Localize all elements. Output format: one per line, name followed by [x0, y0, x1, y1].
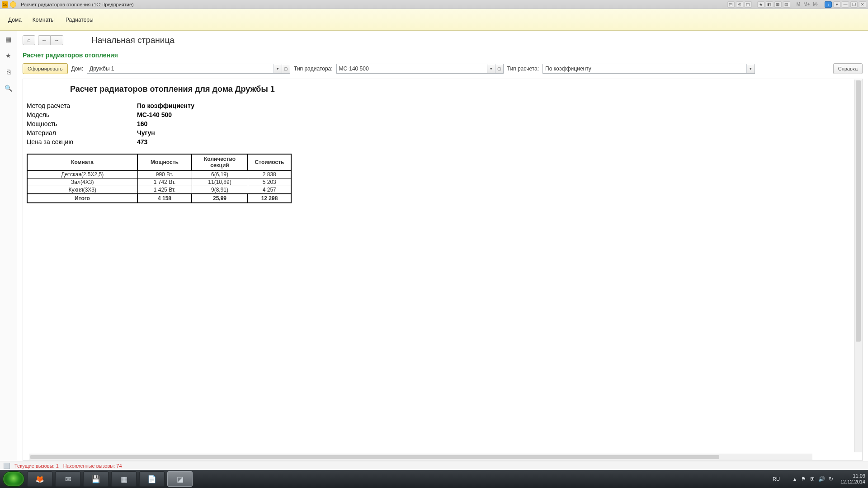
taskbar-app-notepad[interactable]: 📄	[139, 471, 165, 487]
cell-cost: 5 203	[248, 178, 291, 186]
generate-button[interactable]: Сформировать	[23, 63, 68, 74]
calc-type-label: Тип расчета:	[507, 66, 539, 72]
total-cost: 12 298	[248, 194, 291, 203]
start-button[interactable]	[3, 471, 24, 487]
open-dialog-icon[interactable]: ▢	[495, 64, 503, 73]
left-toolstrip: ▦ ★ ⎘ 🔍	[0, 31, 17, 461]
menu-item-radiators[interactable]: Радиаторы	[66, 17, 94, 23]
accumulated-calls: Накопленные вызовы: 74	[63, 463, 122, 469]
taskbar-app-mail[interactable]: ✉	[55, 471, 80, 487]
col-power: Мощность	[137, 154, 192, 170]
chevron-down-icon[interactable]: ▾	[274, 64, 282, 73]
windows-taskbar: 🦊 ✉ 💾 ▦ 📄 ◪ RU ▴ ⚑ ⛨ 🔊 ↻ 11:09 12.12.201…	[0, 470, 868, 488]
minimize-button[interactable]: —	[842, 1, 849, 8]
radiator-type-label: Тип радиатора:	[294, 66, 333, 72]
calendar-icon[interactable]: ▦	[774, 1, 782, 8]
meta-key: Модель	[27, 111, 137, 118]
chevron-down-icon[interactable]: ▾	[487, 64, 495, 73]
taskbar-app-firefox[interactable]: 🦊	[27, 471, 52, 487]
house-input[interactable]	[87, 64, 274, 73]
main-menubar: Дома Комнаты Радиаторы	[0, 9, 868, 31]
help-button[interactable]: Справка	[833, 63, 863, 74]
meta-value: Чугун	[137, 129, 862, 136]
page-title: Начальная страница	[91, 35, 175, 45]
total-power: 4 158	[137, 194, 192, 203]
col-room: Комната	[27, 154, 137, 170]
info-icon[interactable]: i	[825, 1, 832, 8]
cell-power: 1 742 Вт.	[137, 178, 192, 186]
current-calls: Текущие вызовы: 1	[14, 463, 59, 469]
taskbar-app-1c[interactable]: ◪	[167, 471, 193, 487]
meta-key: Материал	[27, 129, 137, 136]
star-icon[interactable]: ★	[5, 52, 13, 60]
nav-toolbar: ⌂ ← → Начальная страница	[23, 35, 863, 45]
app-1c-icon: 1c	[2, 1, 8, 8]
table-total-row: Итого 4 158 25,99 12 298	[27, 194, 291, 203]
titlebar-button[interactable]: ◧	[766, 1, 773, 8]
menu-item-homes[interactable]: Дома	[8, 17, 22, 23]
report-title: Расчет радиаторов отопления для дома Дру…	[70, 84, 862, 94]
cell-sections: 9(8,91)	[192, 186, 248, 194]
tray-clock[interactable]: 11:09 12.12.2014	[840, 473, 865, 485]
total-sections: 25,99	[192, 194, 248, 203]
house-combo[interactable]: ▾ ▢	[87, 64, 290, 74]
cell-room: Кухня(3Х3)	[27, 186, 137, 194]
back-button[interactable]: ←	[38, 35, 51, 45]
cell-power: 990 Вт.	[137, 170, 192, 178]
close-button[interactable]: ✕	[859, 1, 866, 8]
tray-language[interactable]: RU	[773, 476, 780, 482]
titlebar-button[interactable]: ◳	[727, 1, 735, 8]
status-icon	[4, 463, 10, 469]
calculator-icon[interactable]: ▤	[783, 1, 790, 8]
table-row: Детская(2,5Х2,5) 990 Вт. 6(6,19) 2 838	[27, 170, 291, 178]
app-statusbar: Текущие вызовы: 1 Накопленные вызовы: 74	[0, 461, 868, 470]
meta-key: Цена за секцию	[27, 138, 137, 145]
clipboard-icon[interactable]: ⎘	[5, 68, 13, 76]
meta-value: 473	[137, 138, 862, 145]
tray-flag-icon[interactable]: ⚑	[801, 476, 807, 482]
tray-chevron-up-icon[interactable]: ▴	[792, 476, 798, 482]
tray-sync-icon[interactable]: ↻	[828, 476, 834, 482]
memory-mplus-label[interactable]: M+	[802, 2, 811, 7]
memory-mminus-label[interactable]: M-	[812, 2, 819, 7]
vertical-scrollbar[interactable]	[854, 80, 862, 452]
cell-cost: 2 838	[248, 170, 291, 178]
tray-time: 11:09	[840, 473, 865, 479]
meta-key: Мощность	[27, 120, 137, 127]
chevron-down-icon[interactable]: ▾	[746, 64, 755, 73]
search-icon[interactable]: 🔍	[5, 84, 13, 92]
radiator-type-combo[interactable]: ▾ ▢	[336, 64, 504, 74]
favorite-icon[interactable]: ★	[757, 1, 764, 8]
meta-value: МС-140 500	[137, 111, 862, 118]
tray-network-icon[interactable]: ⛨	[810, 476, 816, 482]
horizontal-scrollbar[interactable]	[29, 454, 812, 460]
taskbar-app-grid[interactable]: ▦	[111, 471, 137, 487]
meta-key: Метод расчета	[27, 102, 137, 109]
forward-button[interactable]: →	[51, 35, 63, 45]
radiator-type-input[interactable]	[337, 64, 487, 73]
dropdown-icon[interactable]: ▾	[833, 1, 840, 8]
home-button[interactable]: ⌂	[23, 35, 35, 45]
cell-sections: 11(10,89)	[192, 178, 248, 186]
taskbar-app-save[interactable]: 💾	[83, 471, 108, 487]
table-row: Зал(4Х3) 1 742 Вт. 11(10,89) 5 203	[27, 178, 291, 186]
cell-power: 1 425 Вт.	[137, 186, 192, 194]
meta-value: По коэффициенту	[137, 102, 862, 109]
report-area: Расчет радиаторов отопления для дома Дру…	[23, 79, 863, 461]
apps-grid-icon[interactable]: ▦	[5, 35, 13, 43]
cell-cost: 4 257	[248, 186, 291, 194]
calc-type-input[interactable]	[543, 64, 746, 73]
window-titlebar: 1c Расчет радиаторов отопления (1С:Предп…	[0, 0, 868, 9]
maximize-button[interactable]: ❐	[850, 1, 858, 8]
cell-room: Зал(4Х3)	[27, 178, 137, 186]
cell-room: Детская(2,5Х2,5)	[27, 170, 137, 178]
titlebar-button[interactable]: 🖨	[736, 1, 743, 8]
titlebar-button[interactable]: ◫	[745, 1, 752, 8]
open-dialog-icon[interactable]: ▢	[282, 64, 290, 73]
menu-item-rooms[interactable]: Комнаты	[33, 17, 55, 23]
calc-type-combo[interactable]: ▾	[542, 64, 755, 74]
memory-m-label[interactable]: M	[796, 2, 801, 7]
tray-volume-icon[interactable]: 🔊	[819, 476, 825, 482]
tray-icons: ▴ ⚑ ⛨ 🔊 ↻	[792, 476, 834, 482]
tray-date: 12.12.2014	[840, 479, 865, 485]
